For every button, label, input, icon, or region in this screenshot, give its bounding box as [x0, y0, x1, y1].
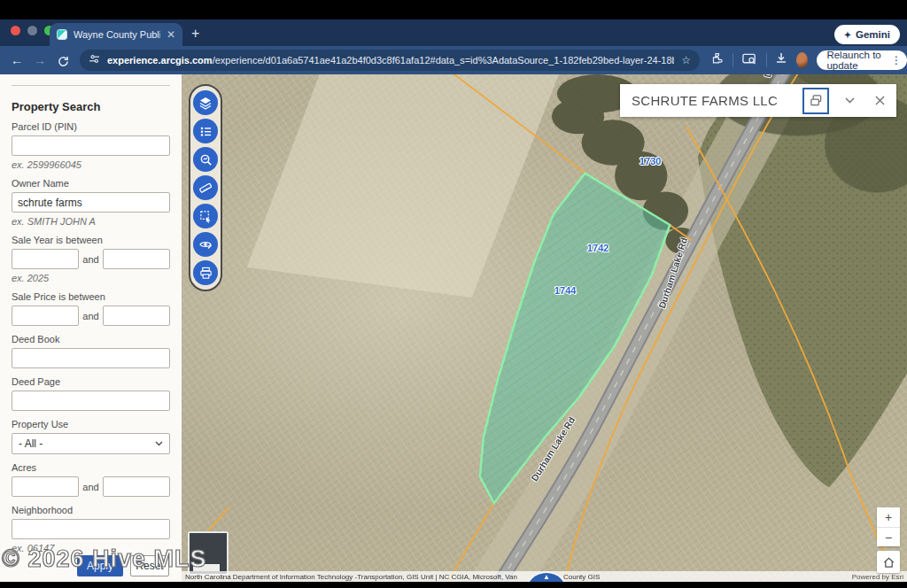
home-icon	[883, 557, 895, 568]
sale-price-label: Sale Price is between	[12, 291, 170, 302]
hive-mls-watermark: © 2026 Hive MLS	[2, 545, 207, 573]
reload-icon[interactable]	[51, 53, 74, 67]
select-button[interactable]	[193, 204, 218, 228]
sale-year-hint: ex. 2025	[12, 273, 170, 283]
select-icon	[199, 210, 213, 223]
layers-icon	[198, 96, 213, 110]
chevron-down-icon	[155, 441, 163, 446]
layers-button[interactable]	[193, 90, 218, 115]
browser-toolbar: ← → experience.arcgis.com/experience/d01…	[0, 46, 907, 74]
gemini-label: Gemini	[856, 29, 890, 40]
dock-button[interactable]	[802, 88, 829, 114]
sale-year-min-input[interactable]	[12, 249, 79, 269]
url-path: /experience/d01a6a5741ae41a2b4f0d3c8f61a…	[213, 55, 675, 66]
relaunch-button[interactable]: Relaunch to update ⋮	[817, 50, 907, 70]
legend-icon	[199, 125, 213, 138]
relaunch-label: Relaunch to update	[826, 50, 886, 71]
neighborhood-label: Neighborhood	[12, 505, 170, 515]
parcel-id-hint: ex. 2599966045	[12, 159, 170, 170]
property-use-select[interactable]: - All -	[12, 433, 170, 454]
dock-icon	[810, 94, 823, 107]
parcel-label: 1730	[640, 156, 661, 166]
and-label: and	[79, 311, 103, 321]
map-features	[182, 74, 907, 582]
sale-year-label: Sale Year is between	[12, 235, 170, 245]
chevron-up-icon: ▲	[543, 573, 550, 582]
new-tab-button[interactable]: +	[191, 27, 199, 41]
basemap-button[interactable]	[193, 232, 218, 257]
letterbox-top	[0, 0, 907, 19]
deed-page-label: Deed Page	[12, 376, 170, 387]
and-label: and	[79, 254, 103, 265]
tune-icon[interactable]	[89, 52, 100, 68]
gemini-button[interactable]: ✦ Gemini	[834, 25, 900, 44]
url-text[interactable]: experience.arcgis.com/experience/d01a6a5…	[107, 55, 674, 66]
print-icon	[199, 267, 213, 280]
measure-icon	[198, 181, 213, 195]
owner-name-hint: ex. SMITH JOHN A	[12, 216, 170, 227]
download-icon[interactable]	[775, 52, 787, 68]
measure-button[interactable]	[193, 175, 218, 200]
forward-icon[interactable]: →	[28, 53, 51, 67]
zoom-in-button[interactable]: +	[877, 507, 900, 527]
browser-tab-strip: Wayne County Public Map ✕ + ✦ Gemini	[0, 19, 907, 46]
collapse-button[interactable]	[836, 88, 863, 114]
acres-label: Acres	[12, 462, 170, 473]
zoom-controls: + −	[877, 507, 900, 546]
property-search-panel: Property Search Parcel ID (PIN) ex. 2599…	[0, 74, 182, 582]
sale-year-max-input[interactable]	[103, 249, 170, 269]
sale-price-max-input[interactable]	[103, 306, 170, 326]
query-button[interactable]	[193, 147, 218, 172]
print-button[interactable]	[193, 260, 218, 285]
powered-by-esri: Powered by Esri	[852, 573, 903, 581]
acres-max-input[interactable]	[103, 476, 170, 497]
close-icon	[875, 96, 885, 105]
basemap-icon	[198, 237, 213, 251]
bookmark-star-icon[interactable]: ☆	[681, 54, 691, 66]
chevron-down-icon	[845, 97, 855, 104]
deed-book-label: Deed Book	[12, 334, 170, 344]
menu-dots-icon[interactable]: ⋮	[891, 54, 902, 66]
zoom-out-button[interactable]: −	[877, 527, 900, 546]
home-extent-button[interactable]	[877, 551, 900, 573]
property-use-label: Property Use	[12, 419, 170, 429]
neighborhood-input[interactable]	[12, 519, 170, 539]
query-icon	[199, 153, 213, 166]
url-domain: experience.arcgis.com	[107, 55, 213, 66]
close-window-button[interactable]	[11, 26, 20, 35]
toolbar-divider	[766, 53, 767, 67]
sale-price-min-input[interactable]	[12, 306, 79, 326]
back-icon[interactable]: ←	[5, 53, 28, 67]
panel-title: Property Search	[12, 100, 170, 113]
deed-book-input[interactable]	[12, 348, 170, 368]
screen-search-icon[interactable]	[742, 52, 757, 69]
and-label: and	[79, 482, 103, 492]
map-canvas[interactable]: Durham Lake Rd 1730 1742 1744 Durham Lak…	[182, 74, 907, 582]
tab-title: Wayne County Public Map	[74, 29, 160, 40]
property-use-value: - All -	[19, 437, 43, 450]
url-bar[interactable]: experience.arcgis.com/experience/d01a6a5…	[80, 50, 700, 71]
attribution-text: County GIS	[563, 573, 600, 581]
parcel-id-input[interactable]	[12, 135, 170, 156]
extensions-icon[interactable]	[710, 52, 724, 69]
parcel-label: 1744	[554, 285, 576, 296]
owner-name-label: Owner Name	[12, 178, 170, 189]
owner-name-input[interactable]	[12, 192, 170, 213]
profile-avatar[interactable]	[796, 52, 808, 68]
acres-min-input[interactable]	[12, 476, 79, 497]
parcel-label: 1742	[587, 243, 609, 253]
deed-page-input[interactable]	[12, 391, 170, 411]
minimize-window-button[interactable]	[27, 26, 37, 35]
attribution-text: North Carolina Department of Information…	[185, 573, 517, 581]
gemini-sparkle-icon: ✦	[844, 30, 851, 40]
window-controls[interactable]	[11, 26, 54, 35]
browser-tab[interactable]: Wayne County Public Map ✕	[50, 23, 182, 46]
close-popup-button[interactable]	[866, 88, 893, 114]
parcel-id-label: Parcel ID (PIN)	[12, 121, 170, 132]
tab-favicon	[57, 29, 67, 40]
screen-frame: Wayne County Public Map ✕ + ✦ Gemini ← →…	[0, 0, 907, 588]
legend-button[interactable]	[193, 119, 218, 143]
toolbar-actions: Relaunch to update ⋮	[710, 50, 907, 70]
tab-close-icon[interactable]: ✕	[167, 28, 175, 41]
feature-popup: SCHRUTE FARMS LLC	[620, 84, 896, 117]
